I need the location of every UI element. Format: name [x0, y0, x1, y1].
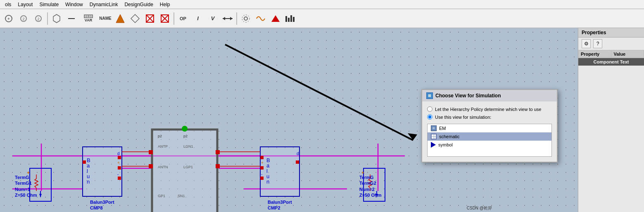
menubar: ols Layout Simulate Window DynamicLink D… [0, 0, 644, 9]
svg-point-88 [182, 126, 188, 132]
svg-text:d: d [297, 151, 299, 156]
em-icon: ⊞ [431, 125, 437, 131]
svg-text:ANTN: ANTN [158, 165, 168, 169]
svg-text:GP1: GP1 [158, 194, 165, 198]
properties-panel: Properties ⚙ ? Property Value Component … [578, 28, 644, 212]
list-item-em-label: EM [439, 126, 446, 131]
menu-ols[interactable]: ols [2, 1, 14, 8]
svg-line-89 [225, 45, 413, 140]
svg-rect-67 [260, 177, 264, 180]
svg-marker-17 [223, 17, 225, 20]
list-item-symbol-label: symbol [438, 142, 453, 147]
toolbar-triangle[interactable] [269, 12, 283, 26]
svg-point-19 [244, 17, 247, 20]
radio-hierarchy-input[interactable] [427, 106, 433, 112]
svg-marker-9 [131, 14, 139, 23]
toolbar-sep-2 [173, 12, 174, 25]
svg-rect-82 [149, 150, 153, 154]
svg-text:+: + [117, 160, 120, 165]
svg-rect-25 [293, 17, 295, 22]
status-bar: CSDN @乾羿 [463, 205, 495, 212]
toolbar-btn-2[interactable]: 2 [17, 12, 31, 26]
list-item-schematic-label: schematic [439, 134, 460, 139]
svg-marker-21 [271, 15, 280, 22]
radio-this-view[interactable]: Use this view for simulation: [427, 114, 552, 120]
panel-gear-btn[interactable]: ⚙ [582, 39, 591, 48]
toolbar-diamond[interactable] [128, 12, 142, 26]
svg-rect-66 [260, 166, 264, 170]
toolbar-hexagon[interactable] [50, 12, 64, 26]
panel-help-icon: ? [596, 41, 599, 47]
svg-text:n: n [87, 179, 90, 185]
svg-marker-18 [230, 17, 233, 20]
schematic-canvas[interactable]: + + d + - B a l u n [0, 28, 578, 212]
balun-cmp8-label: Balun3Port CMP8 [90, 199, 114, 211]
dialog-title: ⊞ Choose View for Simulation [422, 90, 557, 101]
svg-text:p2: p2 [183, 134, 188, 138]
menu-layout[interactable]: Layout [14, 1, 36, 8]
menu-designguide[interactable]: DesignGuide [121, 1, 156, 8]
toolbar-btn-3[interactable]: 2 [31, 12, 45, 26]
prop-col-value: Value [611, 50, 644, 58]
toolbar-line[interactable] [64, 12, 78, 26]
radio-group: Let the Hierarchy Policy determine which… [427, 106, 552, 120]
schematic-icon [431, 134, 437, 139]
view-list[interactable]: ⊞ EM schematic symbol [427, 124, 552, 157]
toolbar-gear[interactable] [239, 12, 253, 26]
toolbar-v[interactable]: V [206, 12, 220, 26]
termg2-label: TermG TermG2 Num=2 Z=50 Ohm [359, 174, 382, 198]
svg-rect-68 [296, 160, 299, 164]
prop-col-property: Property [578, 50, 611, 58]
toolbar-spectrum[interactable] [283, 12, 297, 26]
toolbar-arrows[interactable] [221, 12, 235, 26]
choose-view-dialog: ⊞ Choose View for Simulation Let the Hie… [421, 89, 558, 163]
toolbar-sep-1 [47, 12, 48, 25]
component-text-header: Component Text [578, 58, 644, 66]
list-item-em[interactable]: ⊞ EM [428, 124, 551, 132]
toolbar-wave1[interactable] [254, 12, 268, 26]
svg-rect-24 [290, 15, 292, 22]
svg-rect-22 [285, 16, 287, 22]
toolbar-cross1[interactable] [143, 12, 157, 26]
panel-help-btn[interactable]: ? [593, 39, 602, 48]
svg-text:LGN1: LGN1 [183, 144, 193, 148]
radio-this-view-label: Use this view for simulation: [435, 115, 491, 120]
toolbar-op[interactable]: OP [176, 12, 190, 26]
toolbar-sep-3 [236, 12, 237, 25]
svg-text:d: d [117, 151, 120, 156]
menu-help[interactable]: Help [157, 1, 173, 8]
svg-rect-84 [216, 150, 220, 154]
toolbar-arrow[interactable] [113, 12, 127, 26]
svg-marker-90 [408, 133, 417, 140]
toolbar-cross2[interactable] [158, 12, 172, 26]
svg-marker-8 [116, 14, 124, 23]
svg-rect-53 [118, 166, 121, 170]
toolbar-var[interactable]: 0110VAR [79, 12, 97, 26]
termg1-label: TermG TermG1 Num=1 Z=50 Ohm [15, 174, 37, 198]
svg-rect-69 [152, 130, 217, 212]
radio-hierarchy[interactable]: Let the Hierarchy Policy determine which… [427, 106, 552, 112]
svg-rect-23 [288, 18, 290, 22]
toolbar-i[interactable]: I [191, 12, 205, 26]
prop-header-row: Property Value [578, 50, 644, 58]
main-area: + + d + - B a l u n [0, 28, 644, 212]
list-item-schematic[interactable]: schematic [428, 132, 551, 141]
svg-text:-: - [117, 172, 119, 177]
svg-text:ANTP: ANTP [158, 144, 168, 148]
menu-window[interactable]: Window [62, 1, 86, 8]
menu-simulate[interactable]: Simulate [36, 1, 62, 8]
svg-marker-6 [53, 14, 60, 23]
dialog-title-text: Choose View for Simulation [435, 93, 501, 99]
balun-cmp2-label: Balun3Port CMP2 [268, 199, 292, 211]
svg-text:n: n [266, 179, 269, 185]
svg-rect-65 [260, 156, 264, 159]
toolbar: + 2 2 0110VAR NAME OP I V [0, 9, 644, 28]
radio-this-view-input[interactable] [427, 114, 433, 120]
svg-rect-85 [216, 164, 220, 168]
panel-title-text: Properties [582, 30, 606, 35]
toolbar-btn-1[interactable]: + [2, 12, 16, 26]
toolbar-name[interactable]: NAME [98, 12, 112, 26]
menu-dynamiclink[interactable]: DynamicLink [86, 1, 121, 8]
list-item-symbol[interactable]: symbol [428, 141, 551, 149]
svg-text:SN1: SN1 [178, 194, 185, 198]
